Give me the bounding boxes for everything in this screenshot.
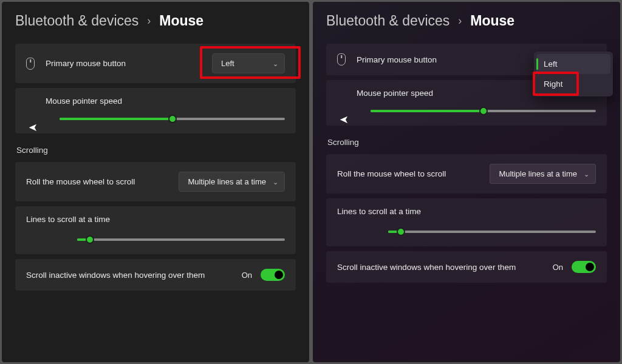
lines-slider[interactable] [388, 231, 596, 233]
chevron-down-icon: ⌄ [273, 178, 278, 186]
primary-button-dropdown: Left Right [534, 52, 613, 96]
slider-thumb[interactable] [397, 228, 405, 236]
cursor-arrow-icon: ➤ [29, 121, 38, 134]
roll-wheel-label: Roll the mouse wheel to scroll [26, 177, 168, 186]
cursor-arrow-icon: ➤ [340, 113, 349, 126]
toggle-state-text: On [553, 263, 563, 272]
settings-panel-closed: Bluetooth & devices › Mouse Primary mous… [2, 2, 309, 362]
lines-to-scroll-label: Lines to scroll at a time [26, 215, 110, 224]
primary-button-value: Left [221, 59, 234, 68]
roll-wheel-label: Roll the mouse wheel to scroll [337, 169, 479, 178]
dropdown-option-right[interactable]: Right [536, 74, 610, 94]
roll-wheel-select[interactable]: Multiple lines at a time ⌄ [490, 164, 596, 184]
lines-to-scroll-card: Lines to scroll at a time [326, 198, 607, 246]
scroll-inactive-label: Scroll inactive windows when hovering ov… [337, 263, 544, 272]
slider-fill [371, 110, 483, 112]
toggle-state-text: On [242, 271, 252, 280]
breadcrumb-parent[interactable]: Bluetooth & devices [15, 13, 138, 29]
pointer-speed-slider[interactable] [371, 110, 596, 112]
option-label: Right [544, 79, 563, 89]
slider-thumb[interactable] [479, 107, 488, 115]
scrolling-section-title: Scrolling [16, 146, 296, 155]
scroll-inactive-toggle[interactable] [572, 261, 596, 273]
lines-to-scroll-card: Lines to scroll at a time [15, 206, 296, 254]
breadcrumb: Bluetooth & devices › Mouse [326, 13, 607, 29]
roll-wheel-card: Roll the mouse wheel to scroll Multiple … [15, 162, 296, 201]
pointer-speed-card: Mouse pointer speed ➤ [15, 88, 296, 133]
scroll-inactive-toggle[interactable] [261, 269, 285, 281]
chevron-down-icon: ⌄ [273, 59, 278, 67]
chevron-right-icon: › [458, 15, 462, 27]
breadcrumb-current: Mouse [470, 13, 514, 29]
roll-wheel-select[interactable]: Multiple lines at a time ⌄ [179, 172, 285, 192]
primary-button-label: Primary mouse button [357, 55, 512, 64]
primary-button-label: Primary mouse button [46, 59, 201, 68]
mouse-icon [26, 58, 35, 70]
lines-to-scroll-label: Lines to scroll at a time [337, 207, 421, 216]
slider-thumb[interactable] [168, 115, 177, 123]
settings-panel-open: Bluetooth & devices › Mouse Primary mous… [313, 2, 620, 362]
roll-wheel-value: Multiple lines at a time [499, 169, 577, 178]
breadcrumb-parent[interactable]: Bluetooth & devices [326, 13, 449, 29]
scroll-inactive-card: Scroll inactive windows when hovering ov… [326, 251, 607, 283]
lines-slider[interactable] [77, 238, 285, 241]
roll-wheel-card: Roll the mouse wheel to scroll Multiple … [326, 154, 607, 194]
scroll-inactive-label: Scroll inactive windows when hovering ov… [26, 271, 233, 280]
slider-thumb[interactable] [86, 235, 94, 244]
chevron-down-icon: ⌄ [584, 170, 589, 178]
chevron-right-icon: › [147, 15, 151, 27]
scroll-inactive-card: Scroll inactive windows when hovering ov… [15, 259, 296, 291]
scrolling-section-title: Scrolling [327, 138, 607, 147]
dropdown-option-left[interactable]: Left [536, 54, 610, 74]
primary-button-select[interactable]: Left ⌄ [212, 53, 285, 73]
breadcrumb-current: Mouse [159, 13, 203, 29]
mouse-icon [337, 53, 346, 66]
pointer-speed-slider[interactable] [60, 118, 285, 120]
primary-mouse-button-card: Primary mouse button Left ⌄ [15, 44, 296, 83]
roll-wheel-value: Multiple lines at a time [188, 177, 266, 186]
breadcrumb: Bluetooth & devices › Mouse [15, 13, 296, 29]
slider-fill [60, 118, 172, 120]
option-label: Left [544, 59, 558, 69]
pointer-speed-label: Mouse pointer speed [46, 96, 285, 106]
